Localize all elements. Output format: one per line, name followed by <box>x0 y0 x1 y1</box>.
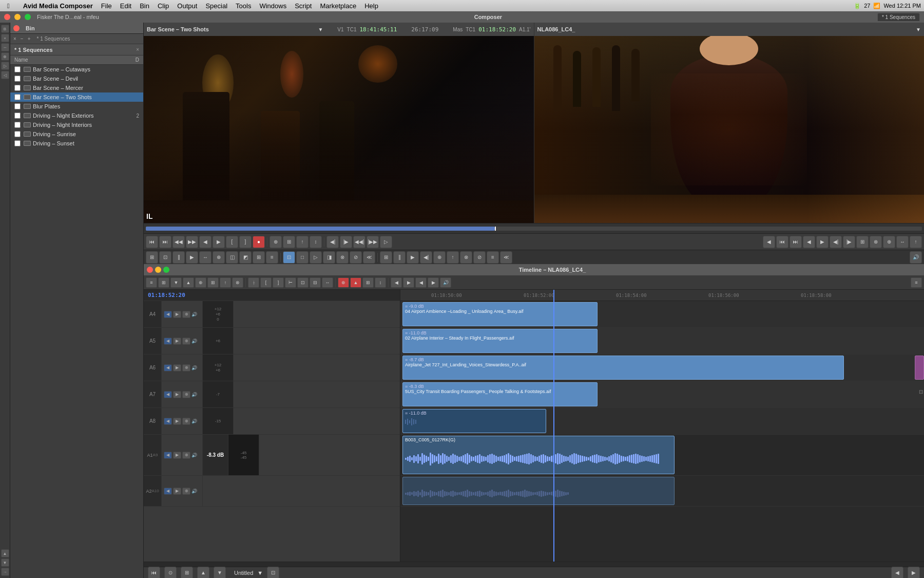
trans2-btn-9[interactable]: ⊞ <box>253 251 265 264</box>
transport-btn-r3[interactable]: ⏭ <box>790 236 802 248</box>
bin-item-checkbox-7[interactable] <box>14 131 21 137</box>
toolbar-btn-3[interactable]: ↔ <box>1 43 9 51</box>
transport-overwrite[interactable]: ⊞ <box>283 236 295 248</box>
bin-item-checkbox-5[interactable] <box>14 113 21 119</box>
transport-btn-r1[interactable]: ◀ <box>763 236 775 248</box>
toolbar-btn-5[interactable]: ▷ <box>1 62 9 70</box>
transport-btn-a[interactable]: ◀| <box>326 236 339 248</box>
clip-a5[interactable]: = -11.0 dB 02 Airplane Interior – Steady… <box>402 329 598 353</box>
track-solo-a6[interactable]: ◀ <box>164 364 172 371</box>
transport-btn-d[interactable]: |▶▶ <box>367 236 379 248</box>
tl-tool-key[interactable]: ↕ <box>375 277 386 288</box>
tl-tool-in[interactable]: [ <box>260 277 272 288</box>
transport-extract[interactable]: ↕ <box>310 236 322 248</box>
bin-item-checkbox-3[interactable] <box>14 94 21 100</box>
tl-tool-splice[interactable]: ⊕ <box>195 277 206 288</box>
tl-tool-expand[interactable]: ⊞ <box>158 277 169 288</box>
tl-tool-match[interactable]: ↔ <box>322 277 333 288</box>
statusbar-btn-6[interactable]: ⊡ <box>267 567 279 579</box>
maximize-window-btn[interactable] <box>25 14 31 20</box>
track-lock-a6[interactable]: ⊕ <box>182 364 190 371</box>
statusbar-dropdown[interactable]: ▼ <box>257 570 263 576</box>
bin-btn-close[interactable]: × <box>13 36 16 42</box>
menu-file[interactable]: File <box>97 0 116 11</box>
tl-tool-vol4[interactable]: ▶ <box>428 277 439 288</box>
clip-a9[interactable]: B003_C005_0127RK(G) (function(){ var hei… <box>402 436 675 474</box>
transport-record[interactable]: ● <box>253 236 265 248</box>
track-solo-a10[interactable]: ◀ <box>164 488 172 495</box>
transport-btn-c[interactable]: ◀◀| <box>353 236 365 248</box>
menu-special[interactable]: Special <box>201 0 232 11</box>
apple-menu[interactable]:  <box>3 0 14 11</box>
transport-mark-in[interactable]: [ <box>226 236 238 248</box>
track-solo-a5[interactable]: ◀ <box>164 338 172 345</box>
trans2-r-btn-6[interactable]: ↑ <box>447 251 459 264</box>
bin-item-checkbox-8[interactable] <box>14 140 21 146</box>
toolbar-btn-6[interactable]: ◁ <box>1 71 9 79</box>
statusbar-btn-8[interactable]: ▶ <box>908 567 920 579</box>
bin-close-btn[interactable] <box>13 25 20 31</box>
bin-item-bar-devil[interactable]: Bar Scene – Devil <box>10 74 143 83</box>
bin-item-checkbox-2[interactable] <box>14 85 21 91</box>
app-name-menu[interactable]: Avid Media Composer <box>19 0 97 11</box>
tl-tool-vol[interactable]: ◀ <box>391 277 402 288</box>
tl-tool-red-1[interactable]: ⊕ <box>338 277 349 288</box>
track-mute-a10[interactable]: ▶ <box>173 488 181 495</box>
sequences-tab[interactable]: * 1 Sequences <box>877 13 920 21</box>
menu-output[interactable]: Output <box>173 0 201 11</box>
clip-a10[interactable]: (function(){ var heights = [4,6,8,5,10,8… <box>402 477 675 505</box>
tl-tool-red-2[interactable]: ▲ <box>350 277 361 288</box>
timeline-min-btn[interactable] <box>155 267 161 273</box>
clip-a4[interactable]: = -9.0 dB 04 Airport Ambience –Loading _… <box>402 302 598 326</box>
statusbar-btn-1[interactable]: ⏮ <box>148 567 160 579</box>
transport-mark-out[interactable]: ] <box>239 236 252 248</box>
menu-script[interactable]: Script <box>291 0 316 11</box>
trans2-r-btn-4[interactable]: ◀| <box>420 251 432 264</box>
transport-btn-e[interactable]: ▷ <box>380 236 392 248</box>
menu-tools[interactable]: Tools <box>232 0 255 11</box>
trans2-btn-13[interactable]: ◨ <box>323 251 335 264</box>
statusbar-btn-4[interactable]: ▲ <box>197 567 209 579</box>
tl-tool-mark-track[interactable]: ⊟ <box>310 277 321 288</box>
clip-a6-right[interactable] <box>915 356 924 380</box>
track-solo-a9[interactable]: ◀ <box>164 452 172 459</box>
track-mute-a7[interactable]: ▶ <box>173 391 181 398</box>
toolbar-btn-2[interactable]: × <box>1 34 9 42</box>
menu-marketplace[interactable]: Marketplace <box>316 0 360 11</box>
toolbar-btn-arrow[interactable]: → <box>1 568 9 576</box>
record-dropdown[interactable]: ▼ <box>916 27 921 32</box>
menu-bin[interactable]: Bin <box>136 0 153 11</box>
trans2-btn-2[interactable]: ⊡ <box>159 251 171 264</box>
transport-btn-r2[interactable]: ⏮ <box>776 236 788 248</box>
transport-btn-r6[interactable]: ◀| <box>830 236 842 248</box>
trans2-r-btn-8[interactable]: ⊘ <box>473 251 486 264</box>
trans2-r-btn-7[interactable]: ⊗ <box>460 251 472 264</box>
bin-item-bar-cutaways[interactable]: Bar Scene – Cutaways <box>10 65 143 74</box>
tl-tool-extract[interactable]: ⊗ <box>232 277 243 288</box>
statusbar-btn-5[interactable]: ▼ <box>214 567 226 579</box>
tl-tool-up[interactable]: ▲ <box>183 277 194 288</box>
trans2-btn-4[interactable]: ▶ <box>186 251 198 264</box>
transport-splice[interactable]: ⊕ <box>270 236 282 248</box>
toolbar-btn-8[interactable]: ▼ <box>1 558 9 567</box>
toolbar-btn-1[interactable]: B <box>1 25 9 33</box>
trans2-btn-11[interactable]: □ <box>296 251 309 264</box>
transport-step-back[interactable]: ◀◀ <box>172 236 185 248</box>
clip-a8[interactable]: = -11.0 dB <box>402 409 546 433</box>
transport-btn-r10[interactable]: ⊕ <box>883 236 895 248</box>
trans2-btn-10[interactable]: ≡ <box>266 251 278 264</box>
track-mute-a5[interactable]: ▶ <box>173 338 181 345</box>
bin-item-checkbox-1[interactable] <box>14 76 21 82</box>
track-lock-a7[interactable]: ⊕ <box>182 391 190 398</box>
track-mute-a4[interactable]: ▶ <box>173 311 181 318</box>
trans2-btn-5[interactable]: ↔ <box>199 251 211 264</box>
tl-tool-razor[interactable]: ⟊ <box>248 277 259 288</box>
tl-tool-vol3[interactable]: ◀ <box>415 277 427 288</box>
transport-play-fwd[interactable]: ▶ <box>213 236 225 248</box>
menu-help[interactable]: Help <box>360 0 382 11</box>
timeline-scrollbar[interactable] <box>144 562 924 567</box>
bin-item-checkbox-6[interactable] <box>14 122 21 128</box>
trans2-btn-14[interactable]: ⊗ <box>336 251 349 264</box>
trans2-btn-7[interactable]: ◫ <box>226 251 238 264</box>
timeline-max-btn[interactable] <box>163 267 169 273</box>
